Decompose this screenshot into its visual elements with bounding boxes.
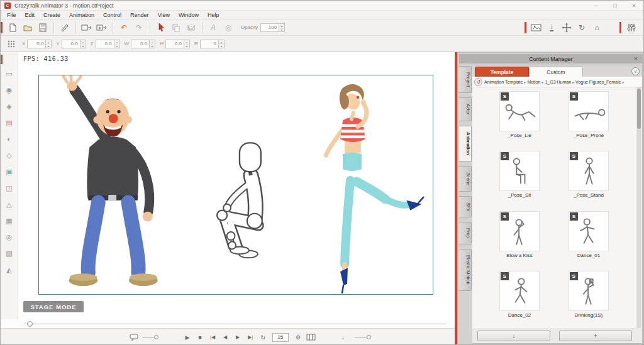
sidebar-tool-icon[interactable]: ◭ xyxy=(4,265,14,275)
minimize-button[interactable]: – xyxy=(587,1,606,11)
sidebar-tool-icon[interactable]: ◫ xyxy=(4,183,14,193)
mirror-button[interactable] xyxy=(184,21,198,34)
tab-project[interactable]: Project xyxy=(459,66,472,93)
w-stepper[interactable] xyxy=(150,40,155,48)
sidebar-tool-icon[interactable]: ◐ xyxy=(4,134,14,144)
sidebar-tool-icon[interactable]: ▤ xyxy=(4,118,14,128)
copy-button[interactable] xyxy=(169,21,183,34)
tab-animation[interactable]: Animation xyxy=(459,126,472,162)
anchor-grid-button[interactable] xyxy=(4,38,18,50)
h-stepper[interactable] xyxy=(184,40,190,48)
grid-scrollbar[interactable] xyxy=(637,87,641,328)
r-stepper[interactable] xyxy=(219,40,225,48)
tab-prop[interactable]: Prop xyxy=(459,222,472,244)
y-input[interactable]: 0.0 xyxy=(62,40,80,48)
tab-elastic-motion[interactable]: Elastic Motion xyxy=(459,249,472,291)
sidebar-tool-icon[interactable]: ◎ xyxy=(4,232,14,242)
template-item[interactable]: S _Pose_Lie xyxy=(489,91,550,148)
z-input[interactable]: 0.0 xyxy=(96,40,114,48)
tab-custom[interactable]: Custom xyxy=(529,67,583,77)
audio-slider[interactable] xyxy=(355,337,371,337)
rotate-tool-button[interactable]: ↻ xyxy=(575,21,589,34)
close-button[interactable]: × xyxy=(625,1,643,11)
target-tool-button[interactable]: ◎ xyxy=(221,21,235,34)
character-woman[interactable] xyxy=(324,84,424,293)
template-item[interactable]: S _Pose_Stand xyxy=(558,151,619,208)
character-man[interactable] xyxy=(64,75,158,286)
menu-create[interactable]: Create xyxy=(39,12,65,18)
breadcrumb-item[interactable]: 1_G3 Human xyxy=(545,80,571,84)
scroll-knob[interactable] xyxy=(27,321,33,327)
go-first-button[interactable]: |◀ xyxy=(208,332,218,342)
render-preview-button[interactable] xyxy=(530,21,543,34)
breadcrumb-item[interactable]: Animation Template xyxy=(484,80,523,84)
next-frame-button[interactable]: ▶ xyxy=(233,332,243,342)
reset-view-button[interactable]: ⌂ xyxy=(590,21,604,34)
prev-frame-button[interactable]: ◀ xyxy=(220,332,230,342)
audio-note-icon[interactable]: ♩ xyxy=(340,332,350,342)
play-button[interactable]: ▶ xyxy=(182,332,192,342)
timeline-panel-button[interactable] xyxy=(625,21,638,34)
menu-file[interactable]: File xyxy=(3,12,21,18)
opacity-input[interactable]: 100 xyxy=(260,23,279,32)
sidebar-tool-icon[interactable]: ◈ xyxy=(4,101,14,111)
sidebar-tool-icon[interactable]: △ xyxy=(4,199,14,209)
redo-button[interactable]: ↷ xyxy=(132,21,146,34)
new-project-button[interactable] xyxy=(6,21,19,34)
template-item[interactable]: S _Pose_Prone xyxy=(558,91,619,148)
sidebar-tool-icon[interactable]: ▦ xyxy=(4,216,14,226)
template-item[interactable]: S Drinking(1S) xyxy=(558,271,619,328)
snapshot-button[interactable]: ↓ xyxy=(545,21,558,34)
maximize-button[interactable]: □ xyxy=(606,1,625,11)
opacity-stepper[interactable] xyxy=(279,23,285,32)
breadcrumb-item[interactable]: Motion xyxy=(527,80,540,84)
r-input[interactable]: 0 xyxy=(200,40,219,48)
undo-button[interactable]: ↶ xyxy=(117,21,131,34)
h-input[interactable]: 0.0 xyxy=(165,40,184,48)
tab-template[interactable]: Template xyxy=(475,67,529,77)
menu-edit[interactable]: Edit xyxy=(21,12,40,18)
template-item[interactable]: S Blow a Kiss xyxy=(489,211,550,268)
stop-button[interactable]: ■ xyxy=(195,332,205,342)
collect-clip-button[interactable] xyxy=(58,21,72,34)
template-item[interactable]: S _Pose_Sit xyxy=(489,151,550,208)
stage-canvas[interactable] xyxy=(38,75,433,295)
panel-close-button[interactable]: × xyxy=(631,54,640,63)
go-last-button[interactable]: ▶| xyxy=(245,332,255,342)
menu-render[interactable]: Render xyxy=(126,12,153,18)
add-template-button[interactable]: + xyxy=(559,331,632,341)
select-tool-button[interactable] xyxy=(154,21,168,34)
bubble-slider[interactable] xyxy=(142,337,158,337)
export-image-button[interactable] xyxy=(80,21,94,34)
speech-bubble-icon[interactable] xyxy=(130,334,138,341)
export-video-button[interactable] xyxy=(95,21,109,34)
character-mannequin[interactable] xyxy=(217,143,262,258)
scroll-track[interactable] xyxy=(25,324,446,324)
menu-help[interactable]: Help xyxy=(203,12,224,18)
open-project-button[interactable] xyxy=(21,21,35,34)
breadcrumb-back-button[interactable]: ↺ xyxy=(474,78,482,86)
tab-sfx[interactable]: SFX xyxy=(459,196,472,218)
breadcrumb-item[interactable]: Vogue Figures_Female xyxy=(575,80,621,84)
x-stepper[interactable] xyxy=(46,40,52,48)
z-stepper[interactable] xyxy=(114,40,120,48)
sidebar-tool-icon[interactable]: ◉ xyxy=(4,85,14,95)
tab-actor[interactable]: Actor xyxy=(459,97,472,121)
sidebar-tool-icon[interactable]: ◇ xyxy=(4,150,14,160)
collapse-panel-button[interactable]: ∨ xyxy=(631,67,640,75)
sidebar-tool-icon[interactable]: ▣ xyxy=(4,167,14,177)
y-stepper[interactable] xyxy=(80,40,86,48)
save-project-button[interactable] xyxy=(36,21,50,34)
menu-window[interactable]: Window xyxy=(174,12,203,18)
menu-control[interactable]: Control xyxy=(99,12,126,18)
template-item[interactable]: S Dance_02 xyxy=(489,271,550,328)
filmstrip-button[interactable] xyxy=(306,332,316,342)
menu-view[interactable]: View xyxy=(153,12,174,18)
x-input[interactable]: 0.0 xyxy=(27,40,46,48)
sidebar-tool-icon[interactable]: ▭ xyxy=(4,68,14,79)
w-input[interactable]: 0.0 xyxy=(131,40,150,48)
apply-template-button[interactable]: ↓ xyxy=(477,331,550,341)
tab-scene[interactable]: Scene xyxy=(459,166,472,192)
sidebar-tool-icon[interactable]: ▧ xyxy=(4,248,14,258)
grid-scrollbar-thumb[interactable] xyxy=(637,89,641,129)
